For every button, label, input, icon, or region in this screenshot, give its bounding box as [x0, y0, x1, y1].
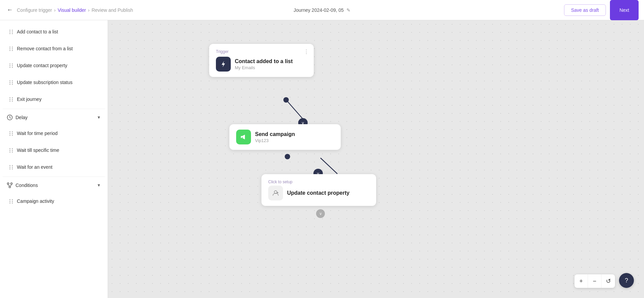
- sidebar-label-add-contact: Add contact to a list: [17, 29, 58, 34]
- drag-handle: [9, 148, 13, 153]
- drag-handle: [9, 131, 13, 136]
- dark-dot-2: [285, 154, 290, 159]
- trigger-icon-wrap: [216, 57, 231, 72]
- header-left: ← Configure trigger › Visual builder › R…: [5, 5, 133, 15]
- sidebar-item-wait-event[interactable]: Wait for an event: [3, 159, 105, 175]
- breadcrumb-sep-2: ›: [88, 7, 90, 13]
- sidebar-item-wait-time-period[interactable]: Wait for time period: [3, 125, 105, 141]
- chevron-connector-3: ∨: [316, 209, 325, 218]
- campaign-subtitle: Vip123: [255, 138, 295, 143]
- svg-marker-6: [222, 61, 225, 67]
- sidebar-item-wait-specific-time[interactable]: Wait till specific time: [3, 142, 105, 158]
- trigger-title: Contact added to a list: [235, 58, 293, 64]
- connector-dot-1: [283, 97, 289, 103]
- save-draft-button[interactable]: Save as draft: [564, 4, 606, 16]
- journey-title: Journey 2024-02-09, 05: [293, 7, 344, 13]
- conditions-label: Conditions: [16, 183, 38, 188]
- svg-line-5: [320, 158, 337, 174]
- header-center: Journey 2024-02-09, 05 ✎: [293, 7, 351, 13]
- conditions-section-left: Conditions: [7, 182, 38, 188]
- node-menu-icon[interactable]: ⋮: [304, 49, 309, 55]
- trigger-node[interactable]: Trigger Contact added to a list My Email…: [209, 44, 314, 77]
- delay-section-left: Delay: [7, 114, 28, 120]
- campaign-text: Send campaign Vip123: [255, 131, 295, 143]
- update-icon-wrap: [268, 186, 283, 200]
- breadcrumb-visual[interactable]: Visual builder: [58, 7, 86, 13]
- breadcrumb-sep-1: ›: [54, 7, 56, 13]
- drag-handle: [9, 63, 13, 68]
- contact-icon: [272, 189, 279, 197]
- sidebar: Add contact to a list Remove contact fro…: [0, 20, 108, 298]
- zoom-controls: + − ↺: [575, 274, 615, 288]
- conditions-icon: [7, 182, 13, 188]
- breadcrumb: Configure trigger › Visual builder › Rev…: [17, 7, 133, 13]
- header: ← Configure trigger › Visual builder › R…: [0, 0, 644, 20]
- sidebar-label-update-subscription: Update subscription status: [17, 80, 73, 85]
- header-right: Save as draft Next: [564, 0, 639, 20]
- drag-handle: [9, 30, 13, 34]
- drag-handle: [9, 199, 13, 204]
- zoom-in-button[interactable]: +: [575, 274, 588, 288]
- canvas: Trigger Contact added to a list My Email…: [108, 20, 644, 298]
- trigger-type-label: Trigger: [216, 49, 307, 54]
- conditions-chevron-icon: ▼: [97, 183, 101, 188]
- sidebar-label-wait-specific: Wait till specific time: [17, 147, 59, 153]
- conditions-section-header[interactable]: Conditions ▼: [0, 178, 108, 192]
- zoom-out-button[interactable]: −: [588, 274, 601, 288]
- delay-chevron-icon: ▼: [97, 115, 101, 120]
- sidebar-item-update-subscription[interactable]: Update subscription status: [3, 74, 105, 90]
- divider-2: [3, 177, 105, 177]
- sidebar-item-add-contact[interactable]: Add contact to a list: [3, 24, 105, 40]
- drag-handle: [9, 165, 13, 169]
- zoom-reset-button[interactable]: ↺: [601, 274, 615, 288]
- update-header: Update contact property: [268, 186, 369, 200]
- trigger-subtitle: My Emails: [235, 65, 293, 70]
- lightning-icon: [220, 60, 227, 68]
- help-button[interactable]: ?: [619, 273, 634, 288]
- edit-icon[interactable]: ✎: [346, 7, 351, 13]
- click-to-setup-label: Click to setup: [268, 180, 369, 184]
- delay-label: Delay: [16, 115, 28, 120]
- update-title: Update contact property: [287, 190, 349, 196]
- breadcrumb-configure[interactable]: Configure trigger: [17, 7, 52, 13]
- breadcrumb-review[interactable]: Review and Publish: [91, 7, 133, 13]
- sidebar-label-remove-contact: Remove contact from a list: [17, 46, 73, 51]
- sidebar-label-wait-event: Wait for an event: [17, 164, 52, 170]
- drag-handle: [9, 47, 13, 51]
- trigger-header: Contact added to a list My Emails: [216, 57, 307, 72]
- svg-point-3: [9, 186, 11, 188]
- campaign-icon-wrap: [236, 130, 251, 144]
- campaign-title: Send campaign: [255, 131, 295, 137]
- sidebar-label-update-property: Update contact property: [17, 63, 67, 68]
- drag-handle: [9, 80, 13, 85]
- drag-handle: [9, 97, 13, 102]
- update-node[interactable]: Click to setup Update contact property: [261, 174, 376, 206]
- clock-icon: [7, 114, 13, 120]
- connector-dot-2: [285, 154, 290, 159]
- sidebar-item-update-property[interactable]: Update contact property: [3, 57, 105, 74]
- svg-point-2: [11, 183, 12, 185]
- campaign-node[interactable]: Send campaign Vip123: [229, 124, 341, 150]
- svg-point-1: [7, 183, 9, 185]
- main-layout: Add contact to a list Remove contact fro…: [0, 20, 644, 298]
- next-button[interactable]: Next: [610, 0, 639, 20]
- dark-dot: [283, 97, 289, 103]
- divider-1: [3, 109, 105, 109]
- flow-svg: [108, 20, 644, 298]
- campaign-header: Send campaign Vip123: [236, 130, 334, 144]
- svg-line-4: [287, 101, 304, 120]
- sidebar-label-campaign-activity: Campaign activity: [17, 198, 54, 204]
- delay-section-header[interactable]: Delay ▼: [0, 110, 108, 125]
- megaphone-icon: [240, 133, 247, 141]
- sidebar-label-wait-time: Wait for time period: [17, 131, 58, 136]
- svg-point-7: [274, 191, 277, 193]
- update-text: Update contact property: [287, 190, 349, 196]
- back-button[interactable]: ←: [5, 5, 14, 15]
- sidebar-item-campaign-activity[interactable]: Campaign activity: [3, 193, 105, 209]
- sidebar-item-exit-journey[interactable]: Exit journey: [3, 91, 105, 107]
- sidebar-label-exit-journey: Exit journey: [17, 97, 41, 102]
- trigger-text: Contact added to a list My Emails: [235, 58, 293, 70]
- sidebar-item-remove-contact[interactable]: Remove contact from a list: [3, 40, 105, 57]
